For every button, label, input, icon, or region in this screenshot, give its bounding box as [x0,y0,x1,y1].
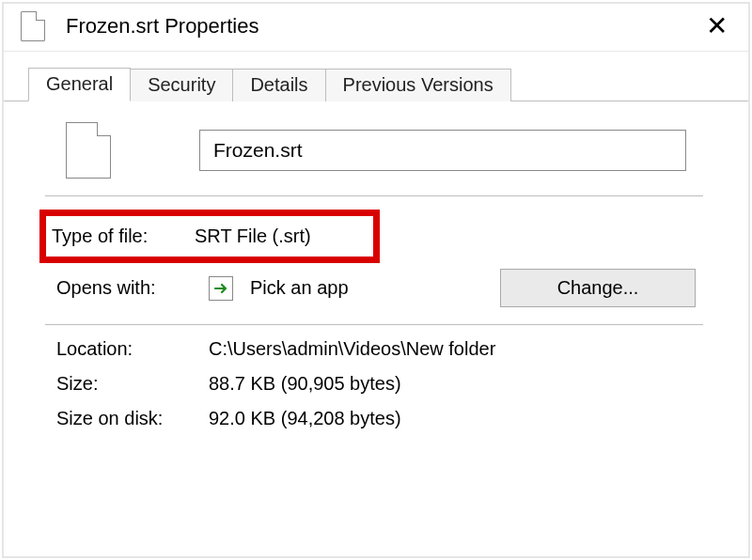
file-details-section: Location: C:\Users\admin\Videos\New fold… [56,338,696,429]
tab-strip: General Security Details Previous Versio… [4,52,748,101]
location-label: Location: [56,338,209,360]
highlight-annotation: Type of file: SRT File (.srt) [39,210,380,263]
file-icon [21,11,45,41]
properties-dialog: Frozen.srt Properties ✕ General Security… [2,2,750,558]
tab-details[interactable]: Details [232,69,325,101]
file-type-icon [66,122,111,179]
size-on-disk-row: Size on disk: 92.0 KB (94,208 bytes) [56,408,696,429]
window-title: Frozen.srt Properties [66,14,698,39]
file-header: Frozen.srt [56,122,696,179]
size-on-disk-value: 92.0 KB (94,208 bytes) [209,408,401,429]
section-divider-1 [45,195,703,196]
location-value: C:\Users\admin\Videos\New folder [209,338,495,360]
filename-input[interactable]: Frozen.srt [199,130,686,171]
close-button[interactable]: ✕ [698,13,735,39]
opens-with-label: Opens with: [56,277,209,299]
type-of-file-value: SRT File (.srt) [195,226,311,247]
size-on-disk-label: Size on disk: [56,408,209,429]
tab-previous-versions[interactable]: Previous Versions [325,69,511,101]
tab-general[interactable]: General [28,68,131,101]
type-of-file-label: Type of file: [46,226,195,247]
size-row: Size: 88.7 KB (90,905 bytes) [56,373,696,395]
opens-with-row: Opens with: Pick an app Change... [56,269,696,307]
tab-security[interactable]: Security [130,69,233,101]
change-button[interactable]: Change... [500,269,696,307]
location-row: Location: C:\Users\admin\Videos\New fold… [56,338,696,360]
size-value: 88.7 KB (90,905 bytes) [209,373,401,395]
arrow-right-icon [209,276,233,301]
titlebar: Frozen.srt Properties ✕ [4,4,748,51]
section-divider-2 [45,324,703,325]
general-panel: Frozen.srt Type of file: SRT File (.srt)… [4,101,748,429]
size-label: Size: [56,373,209,395]
opens-with-value: Pick an app [250,277,412,299]
